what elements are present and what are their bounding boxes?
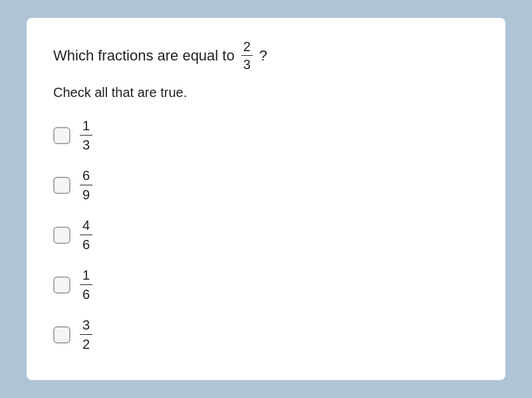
- option-item-3[interactable]: 4 6: [53, 216, 479, 254]
- fraction-4-denominator: 6: [80, 285, 92, 304]
- target-denominator: 3: [241, 56, 253, 73]
- fraction-4: 1 6: [80, 266, 92, 304]
- option-item-5[interactable]: 3 2: [53, 316, 479, 353]
- fraction-3: 4 6: [80, 216, 92, 254]
- checkbox-3[interactable]: [53, 227, 70, 244]
- fraction-2-numerator: 6: [80, 166, 92, 185]
- fraction-5: 3 2: [80, 316, 92, 353]
- fraction-2-denominator: 9: [80, 185, 92, 204]
- fraction-4-numerator: 1: [80, 266, 92, 285]
- question-suffix: ?: [259, 47, 267, 64]
- fraction-1: 1 3: [80, 116, 92, 154]
- question-text: Which fractions are equal to 2 3 ?: [53, 38, 479, 73]
- checkbox-4[interactable]: [53, 276, 70, 294]
- option-item-2[interactable]: 6 9: [53, 166, 479, 204]
- subtitle: Check all that are true.: [53, 85, 479, 100]
- target-numerator: 2: [241, 38, 253, 56]
- checkbox-2[interactable]: [53, 177, 70, 194]
- fraction-3-denominator: 6: [80, 235, 92, 254]
- fraction-5-denominator: 2: [80, 335, 92, 353]
- fraction-1-numerator: 1: [80, 116, 92, 136]
- fraction-1-denominator: 3: [80, 136, 92, 154]
- options-list: 1 3 6 9 4 6 1 6: [53, 116, 479, 353]
- target-fraction: 2 3: [241, 38, 253, 73]
- fraction-5-numerator: 3: [80, 316, 92, 335]
- option-item-1[interactable]: 1 3: [53, 116, 479, 154]
- question-prefix: Which fractions are equal to: [53, 47, 235, 64]
- option-item-4[interactable]: 1 6: [53, 266, 479, 304]
- fraction-2: 6 9: [80, 166, 92, 204]
- fraction-3-numerator: 4: [80, 216, 92, 235]
- question-card: Which fractions are equal to 2 3 ? Check…: [27, 18, 505, 380]
- checkbox-5[interactable]: [53, 326, 70, 344]
- checkbox-1[interactable]: [53, 127, 70, 144]
